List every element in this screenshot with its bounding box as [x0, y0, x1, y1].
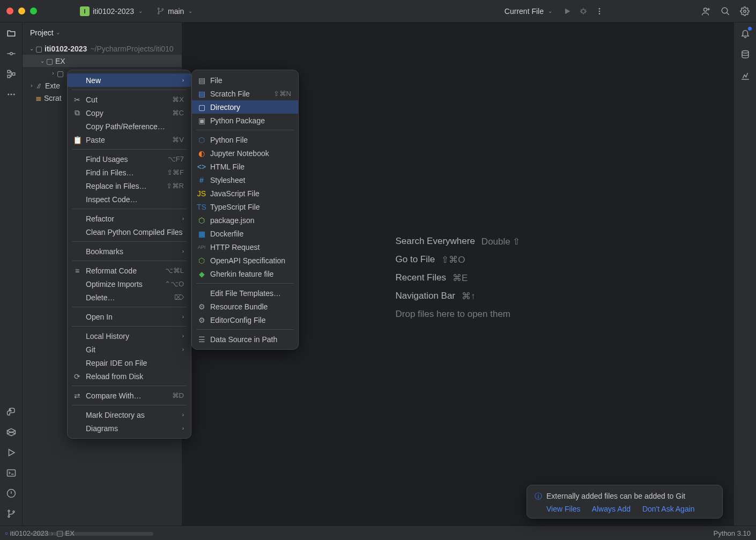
new-file[interactable]: ▤File — [192, 73, 298, 87]
debug-icon[interactable] — [579, 7, 588, 16]
problems-icon[interactable] — [6, 488, 17, 499]
database-icon[interactable] — [740, 49, 751, 60]
ts-icon: TS — [197, 203, 206, 211]
menu-item-label: Compare With… — [86, 391, 141, 400]
notif-always-add-link[interactable]: Always Add — [592, 505, 631, 513]
run-config-dropdown[interactable]: Current File ⌄ — [499, 5, 558, 18]
commit-tool-icon[interactable] — [6, 48, 17, 59]
maximize-window-icon[interactable] — [30, 8, 37, 14]
new-datasource[interactable]: ☰Data Source in Path — [192, 332, 298, 346]
services-icon[interactable] — [6, 447, 17, 458]
new-submenu[interactable]: ▤File ▤Scratch File⇧⌘N ▢Directory ▣Pytho… — [191, 70, 299, 350]
python-console-icon[interactable] — [6, 406, 17, 417]
folder-icon: ▢ — [57, 69, 64, 78]
bundle-icon: ⚙ — [197, 302, 206, 311]
menu-copy-path[interactable]: Copy Path/Reference… — [68, 120, 191, 133]
new-dockerfile[interactable]: ▦Dockerfile — [192, 227, 298, 240]
branch-dropdown[interactable]: main ⌄ — [151, 5, 198, 18]
edit-file-templates[interactable]: Edit File Templates… — [192, 286, 298, 300]
new-python-package[interactable]: ▣Python Package — [192, 114, 298, 127]
new-editorconfig[interactable]: ⚙EditorConfig File — [192, 313, 298, 327]
interpreter-label[interactable]: Python 3.10 — [714, 529, 751, 537]
scratch-icon: ≣ — [35, 94, 42, 102]
shortcut-label: ⌃⌥O — [165, 280, 184, 288]
new-package-json[interactable]: ⬡package.json — [192, 213, 298, 227]
git-tool-icon[interactable] — [6, 508, 17, 519]
menu-item-label: Git — [86, 345, 95, 354]
settings-icon[interactable] — [740, 6, 750, 16]
project-pane-header[interactable]: Project ⌄ — [23, 23, 182, 42]
new-python-file[interactable]: ⬡Python File — [192, 133, 298, 146]
menu-mark-directory[interactable]: Mark Directory as› — [68, 408, 191, 421]
search-icon[interactable] — [721, 6, 730, 16]
horizontal-scrollbar[interactable] — [30, 532, 153, 536]
more-horizontal-icon[interactable] — [6, 89, 17, 100]
new-typescript[interactable]: TSTypeScript File — [192, 200, 298, 213]
menu-item-label: Resource Bundle — [210, 302, 268, 311]
menu-find-in-files[interactable]: Find in Files…⇧⌘F — [68, 166, 191, 179]
menu-diagrams[interactable]: Diagrams› — [68, 421, 191, 435]
menu-cut[interactable]: ✂Cut⌘X — [68, 93, 191, 106]
close-window-icon[interactable] — [6, 8, 13, 14]
tree-root[interactable]: ⌄ ▢ iti0102-2023 ~/PycharmProjects/iti01… — [23, 42, 182, 55]
chevron-right-icon: › — [28, 83, 35, 88]
new-resource-bundle[interactable]: ⚙Resource Bundle — [192, 300, 298, 313]
structure-tool-icon[interactable] — [6, 69, 17, 79]
menu-item-label: Mark Directory as — [86, 411, 145, 419]
context-menu[interactable]: New› ✂Cut⌘X ⧉Copy⌘C Copy Path/Reference…… — [67, 70, 191, 439]
svg-point-7 — [704, 8, 707, 11]
notifications-icon[interactable] — [740, 28, 751, 39]
menu-refactor[interactable]: Refactor› — [68, 212, 191, 225]
new-scratch[interactable]: ▤Scratch File⇧⌘N — [192, 87, 298, 100]
menu-optimize[interactable]: Optimize Imports⌃⌥O — [68, 277, 191, 291]
notif-dont-ask-link[interactable]: Don't Ask Again — [642, 505, 695, 513]
menu-delete[interactable]: Delete…⌦ — [68, 291, 191, 304]
notif-view-files-link[interactable]: View Files — [546, 505, 581, 513]
menu-reformat[interactable]: ≡Reformat Code⌥⌘L — [68, 264, 191, 277]
menu-local-history[interactable]: Local History› — [68, 329, 191, 343]
menu-git[interactable]: Git› — [68, 343, 191, 356]
project-tool-icon[interactable] — [6, 28, 17, 39]
sciview-icon[interactable] — [740, 71, 751, 82]
menu-compare[interactable]: ⇄Compare With…⌘D — [68, 389, 191, 402]
window-controls[interactable] — [6, 8, 37, 14]
new-http[interactable]: APIHTTP Request — [192, 240, 298, 254]
tree-folder-ex[interactable]: ⌄ ▢ EX — [23, 55, 182, 67]
new-javascript[interactable]: JSJavaScript File — [192, 187, 298, 200]
menu-paste[interactable]: 📋Paste⌘V — [68, 133, 191, 146]
menu-item-label: Python Package — [210, 116, 265, 125]
new-gherkin[interactable]: ◆Gherkin feature file — [192, 267, 298, 280]
run-icon[interactable] — [563, 7, 572, 16]
menu-item-label: Diagrams — [86, 424, 118, 433]
menu-bookmarks[interactable]: Bookmarks› — [68, 245, 191, 258]
menu-copy[interactable]: ⧉Copy⌘C — [68, 106, 191, 120]
new-stylesheet[interactable]: #Stylesheet — [192, 173, 298, 187]
scratch-icon: ▤ — [197, 90, 206, 98]
new-openapi[interactable]: ⬡OpenAPI Specification — [192, 254, 298, 267]
gherkin-icon: ◆ — [197, 270, 206, 278]
minimize-window-icon[interactable] — [18, 8, 25, 14]
new-directory[interactable]: ▢Directory — [192, 100, 298, 114]
editor-hints: Search EverywhereDouble ⇧ Go to File⇧⌘O … — [396, 229, 521, 320]
menu-inspect[interactable]: Inspect Code… — [68, 193, 191, 206]
new-jupyter[interactable]: ◐Jupyter Notebook — [192, 146, 298, 160]
menu-open-in[interactable]: Open In› — [68, 310, 191, 323]
project-dropdown[interactable]: I iti0102-2023 ⌄ — [75, 4, 148, 18]
menu-reload[interactable]: ⟳Reload from Disk — [68, 369, 191, 383]
menu-find-usages[interactable]: Find Usages⌥F7 — [68, 152, 191, 166]
menu-item-label: EditorConfig File — [210, 316, 266, 324]
new-html[interactable]: <>HTML File — [192, 160, 298, 173]
menu-repair[interactable]: Repair IDE on File — [68, 356, 191, 369]
more-vertical-icon[interactable] — [595, 7, 604, 16]
terminal-icon[interactable] — [6, 468, 17, 478]
python-packages-icon[interactable] — [6, 427, 17, 438]
shortcut-label: ⌘X — [172, 95, 184, 103]
menu-clean[interactable]: Clean Python Compiled Files — [68, 225, 191, 239]
code-with-me-icon[interactable] — [701, 6, 711, 16]
menu-new[interactable]: New› — [68, 73, 191, 87]
svg-point-5 — [599, 10, 601, 12]
reload-icon: ⟳ — [72, 372, 82, 381]
svg-point-10 — [10, 53, 12, 55]
chevron-right-icon: › — [182, 216, 184, 221]
menu-replace-in-files[interactable]: Replace in Files…⇧⌘R — [68, 179, 191, 193]
